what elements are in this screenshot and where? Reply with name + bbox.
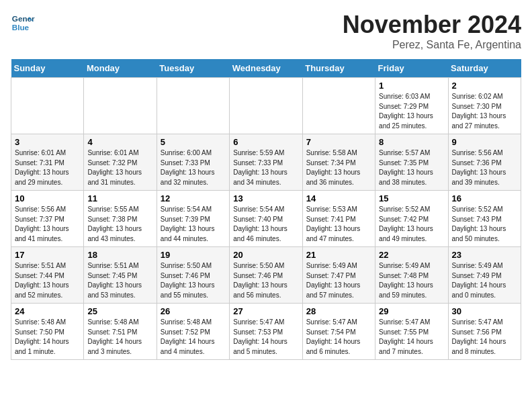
logo-icon: General Blue [11,11,35,35]
day-info: Sunrise: 5:49 AM Sunset: 7:48 PM Dayligh… [379,261,444,300]
day-number: 12 [161,193,226,203]
day-info: Sunrise: 5:53 AM Sunset: 7:41 PM Dayligh… [306,205,371,244]
calendar-cell: 1Sunrise: 6:03 AM Sunset: 7:29 PM Daylig… [375,78,448,134]
calendar-table: SundayMondayTuesdayWednesdayThursdayFrid… [11,59,521,360]
day-info: Sunrise: 5:48 AM Sunset: 7:51 PM Dayligh… [87,318,152,357]
day-info: Sunrise: 5:58 AM Sunset: 7:34 PM Dayligh… [306,148,371,187]
title-area: November 2024 Perez, Santa Fe, Argentina [343,11,521,51]
day-info: Sunrise: 5:56 AM Sunset: 7:37 PM Dayligh… [15,205,80,244]
day-info: Sunrise: 5:47 AM Sunset: 7:53 PM Dayligh… [233,318,298,357]
calendar-body: 1Sunrise: 6:03 AM Sunset: 7:29 PM Daylig… [11,78,521,360]
day-number: 8 [379,137,444,147]
day-number: 22 [379,250,444,260]
weekday-header-monday: Monday [84,59,157,78]
calendar-cell: 17Sunrise: 5:51 AM Sunset: 7:44 PM Dayli… [11,247,84,304]
calendar-cell [84,78,157,134]
day-number: 24 [15,306,80,316]
day-info: Sunrise: 5:48 AM Sunset: 7:52 PM Dayligh… [161,318,226,357]
day-info: Sunrise: 5:57 AM Sunset: 7:35 PM Dayligh… [379,148,444,187]
day-number: 30 [452,306,517,316]
calendar-cell: 3Sunrise: 6:01 AM Sunset: 7:31 PM Daylig… [11,134,84,191]
calendar-cell [302,78,375,134]
day-info: Sunrise: 5:51 AM Sunset: 7:44 PM Dayligh… [15,261,80,300]
day-info: Sunrise: 5:49 AM Sunset: 7:47 PM Dayligh… [306,261,371,300]
day-number: 11 [87,193,152,203]
calendar-cell: 8Sunrise: 5:57 AM Sunset: 7:35 PM Daylig… [375,134,448,191]
calendar-cell: 10Sunrise: 5:56 AM Sunset: 7:37 PM Dayli… [11,191,84,247]
calendar-cell: 4Sunrise: 6:01 AM Sunset: 7:32 PM Daylig… [84,134,157,191]
calendar-cell: 27Sunrise: 5:47 AM Sunset: 7:53 PM Dayli… [230,304,302,360]
day-info: Sunrise: 5:54 AM Sunset: 7:40 PM Dayligh… [233,205,298,244]
location-title: Perez, Santa Fe, Argentina [343,39,521,51]
calendar-cell: 24Sunrise: 5:48 AM Sunset: 7:50 PM Dayli… [11,304,84,360]
header: General Blue November 2024 Perez, Santa … [11,11,521,51]
day-info: Sunrise: 5:51 AM Sunset: 7:45 PM Dayligh… [87,261,152,300]
day-number: 25 [87,306,152,316]
calendar-cell: 20Sunrise: 5:50 AM Sunset: 7:46 PM Dayli… [230,247,302,304]
day-number: 18 [87,250,152,260]
calendar-cell: 23Sunrise: 5:49 AM Sunset: 7:49 PM Dayli… [448,247,521,304]
calendar-cell: 30Sunrise: 5:47 AM Sunset: 7:56 PM Dayli… [448,304,521,360]
day-number: 9 [452,137,517,147]
calendar-cell: 22Sunrise: 5:49 AM Sunset: 7:48 PM Dayli… [375,247,448,304]
calendar-cell [157,78,229,134]
calendar-cell: 12Sunrise: 5:54 AM Sunset: 7:39 PM Dayli… [157,191,229,247]
day-number: 20 [233,250,298,260]
calendar-cell: 5Sunrise: 6:00 AM Sunset: 7:33 PM Daylig… [157,134,229,191]
calendar-cell: 29Sunrise: 5:47 AM Sunset: 7:55 PM Dayli… [375,304,448,360]
calendar-week-3: 10Sunrise: 5:56 AM Sunset: 7:37 PM Dayli… [11,191,521,247]
day-number: 27 [233,306,298,316]
day-info: Sunrise: 5:52 AM Sunset: 7:42 PM Dayligh… [379,205,444,244]
day-number: 23 [452,250,517,260]
day-info: Sunrise: 6:01 AM Sunset: 7:31 PM Dayligh… [15,148,80,187]
day-number: 21 [306,250,371,260]
calendar-cell: 25Sunrise: 5:48 AM Sunset: 7:51 PM Dayli… [84,304,157,360]
calendar-cell: 13Sunrise: 5:54 AM Sunset: 7:40 PM Dayli… [230,191,302,247]
weekday-header-friday: Friday [375,59,448,78]
calendar-cell: 2Sunrise: 6:02 AM Sunset: 7:30 PM Daylig… [448,78,521,134]
day-info: Sunrise: 6:02 AM Sunset: 7:30 PM Dayligh… [452,92,517,131]
month-title: November 2024 [343,11,521,39]
weekday-header-sunday: Sunday [11,59,84,78]
calendar-cell: 19Sunrise: 5:50 AM Sunset: 7:46 PM Dayli… [157,247,229,304]
svg-text:Blue: Blue [12,23,30,32]
day-number: 1 [379,81,444,91]
calendar-cell: 15Sunrise: 5:52 AM Sunset: 7:42 PM Dayli… [375,191,448,247]
calendar-cell: 6Sunrise: 5:59 AM Sunset: 7:33 PM Daylig… [230,134,302,191]
day-info: Sunrise: 5:47 AM Sunset: 7:54 PM Dayligh… [306,318,371,357]
day-info: Sunrise: 5:47 AM Sunset: 7:56 PM Dayligh… [452,318,517,357]
day-number: 13 [233,193,298,203]
day-info: Sunrise: 5:55 AM Sunset: 7:38 PM Dayligh… [87,205,152,244]
calendar-cell: 26Sunrise: 5:48 AM Sunset: 7:52 PM Dayli… [157,304,229,360]
calendar-cell: 11Sunrise: 5:55 AM Sunset: 7:38 PM Dayli… [84,191,157,247]
day-number: 6 [233,137,298,147]
calendar-cell [11,78,84,134]
day-info: Sunrise: 5:56 AM Sunset: 7:36 PM Dayligh… [452,148,517,187]
weekday-header-saturday: Saturday [448,59,521,78]
day-info: Sunrise: 5:48 AM Sunset: 7:50 PM Dayligh… [15,318,80,357]
calendar-cell: 16Sunrise: 5:52 AM Sunset: 7:43 PM Dayli… [448,191,521,247]
day-info: Sunrise: 5:50 AM Sunset: 7:46 PM Dayligh… [161,261,226,300]
day-info: Sunrise: 5:59 AM Sunset: 7:33 PM Dayligh… [233,148,298,187]
day-info: Sunrise: 5:50 AM Sunset: 7:46 PM Dayligh… [233,261,298,300]
day-number: 3 [15,137,80,147]
calendar-cell: 18Sunrise: 5:51 AM Sunset: 7:45 PM Dayli… [84,247,157,304]
day-info: Sunrise: 5:52 AM Sunset: 7:43 PM Dayligh… [452,205,517,244]
weekday-header-wednesday: Wednesday [230,59,302,78]
calendar-cell: 9Sunrise: 5:56 AM Sunset: 7:36 PM Daylig… [448,134,521,191]
day-info: Sunrise: 6:01 AM Sunset: 7:32 PM Dayligh… [87,148,152,187]
weekday-header-tuesday: Tuesday [157,59,229,78]
calendar-week-2: 3Sunrise: 6:01 AM Sunset: 7:31 PM Daylig… [11,134,521,191]
calendar-week-1: 1Sunrise: 6:03 AM Sunset: 7:29 PM Daylig… [11,78,521,134]
logo: General Blue [11,11,35,35]
calendar-header-row: SundayMondayTuesdayWednesdayThursdayFrid… [11,59,521,78]
day-number: 16 [452,193,517,203]
day-number: 29 [379,306,444,316]
day-number: 15 [379,193,444,203]
day-info: Sunrise: 5:47 AM Sunset: 7:55 PM Dayligh… [379,318,444,357]
calendar-week-5: 24Sunrise: 5:48 AM Sunset: 7:50 PM Dayli… [11,304,521,360]
day-number: 14 [306,193,371,203]
calendar-cell: 14Sunrise: 5:53 AM Sunset: 7:41 PM Dayli… [302,191,375,247]
day-info: Sunrise: 6:00 AM Sunset: 7:33 PM Dayligh… [161,148,226,187]
calendar-cell [230,78,302,134]
